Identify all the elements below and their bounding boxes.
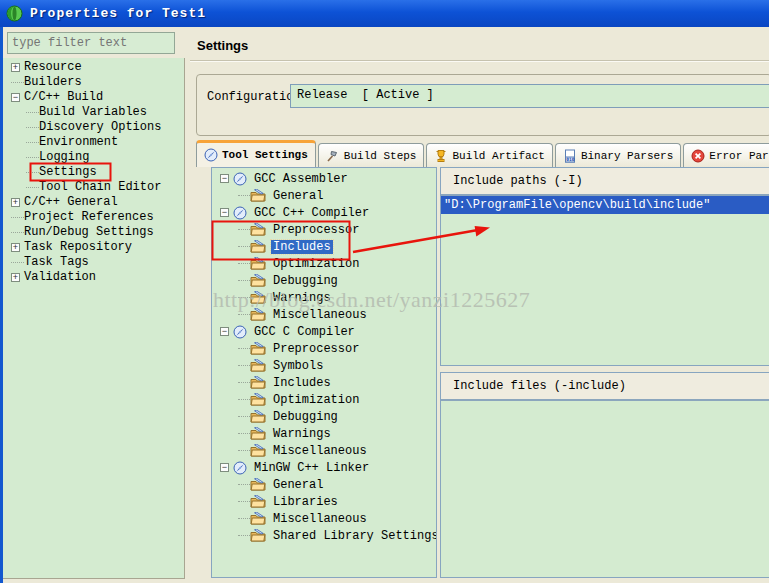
tree-connector xyxy=(238,314,250,315)
window-icon xyxy=(6,5,23,22)
tool-tree-item-optimization-5[interactable]: Optimization xyxy=(212,255,436,272)
tree-connector xyxy=(238,229,250,230)
tool-icon xyxy=(233,461,247,475)
tool-tree-item-symbols-11[interactable]: Symbols xyxy=(212,357,436,374)
tool-tree-item-gcc-assembler-0[interactable]: −GCC Assembler xyxy=(212,170,436,187)
sidebar-item-task-tags[interactable]: Task Tags xyxy=(3,255,184,270)
tree-connector xyxy=(238,348,250,349)
tab-tool-settings[interactable]: Tool Settings xyxy=(196,140,316,167)
include-path-item[interactable]: "D:\ProgramFile\opencv\build\include" xyxy=(441,196,769,214)
error-parsers-icon xyxy=(691,149,705,163)
tool-tree-item-general-18[interactable]: General xyxy=(212,476,436,493)
category-folder-icon xyxy=(250,478,266,491)
titlebar[interactable]: Properties for Test1 xyxy=(0,0,769,27)
expand-icon[interactable]: + xyxy=(11,243,20,252)
filter-input[interactable] xyxy=(7,32,175,54)
tool-tree-item-gcc-c-compiler-9[interactable]: −GCC C Compiler xyxy=(212,323,436,340)
collapse-icon[interactable]: − xyxy=(220,174,229,183)
properties-dialog: Properties for Test1 +ResourceBuilders−C… xyxy=(0,0,769,583)
tool-tree-item-preprocessor-3[interactable]: Preprocessor xyxy=(212,221,436,238)
expand-icon[interactable]: + xyxy=(11,63,20,72)
sidebar-item-run-debug-settings[interactable]: Run/Debug Settings xyxy=(3,225,184,240)
collapse-icon[interactable]: − xyxy=(220,208,229,217)
tool-tree-item-preprocessor-10[interactable]: Preprocessor xyxy=(212,340,436,357)
tree-connector xyxy=(11,232,24,233)
tool-tree-item-label: Preprocessor xyxy=(271,223,361,237)
tool-tree-item-includes-4[interactable]: Includes xyxy=(212,238,436,255)
tool-tree-item-miscellaneous-16[interactable]: Miscellaneous xyxy=(212,442,436,459)
tool-tree-item-gcc-c-compiler-2[interactable]: −GCC C++ Compiler xyxy=(212,204,436,221)
sidebar-item-label: Logging xyxy=(39,150,89,165)
tool-tree-item-label: GCC Assembler xyxy=(252,172,350,186)
tool-tree-item-label: Miscellaneous xyxy=(271,444,369,458)
sidebar-item-discovery-options[interactable]: Discovery Options xyxy=(3,120,184,135)
sidebar-item-c-c-build[interactable]: −C/C++ Build xyxy=(3,90,184,105)
properties-category-tree: +ResourceBuilders−C/C++ BuildBuild Varia… xyxy=(3,58,185,579)
sidebar-item-environment[interactable]: Environment xyxy=(3,135,184,150)
sidebar-item-project-references[interactable]: Project References xyxy=(3,210,184,225)
include-files-panel: Include files (-include) xyxy=(440,372,769,578)
tool-icon xyxy=(233,206,247,220)
tool-tree-item-label: Symbols xyxy=(271,359,325,373)
tool-icon xyxy=(233,325,247,339)
tool-tree-item-optimization-13[interactable]: Optimization xyxy=(212,391,436,408)
tool-tree-item-label: GCC C Compiler xyxy=(252,325,357,339)
tool-tree-item-label: Includes xyxy=(271,376,333,390)
tree-connector xyxy=(26,112,39,113)
sidebar-item-resource[interactable]: +Resource xyxy=(3,60,184,75)
category-folder-icon xyxy=(250,274,266,287)
window-title: Properties for Test1 xyxy=(30,6,206,21)
sidebar-item-logging[interactable]: Logging xyxy=(3,150,184,165)
sidebar-item-validation[interactable]: +Validation xyxy=(3,270,184,285)
sidebar-item-settings[interactable]: Settings xyxy=(3,165,184,180)
sidebar-item-task-repository[interactable]: +Task Repository xyxy=(3,240,184,255)
tree-connector xyxy=(26,187,39,188)
header-separator xyxy=(190,60,769,62)
category-folder-icon xyxy=(250,410,266,423)
collapse-icon[interactable]: − xyxy=(220,463,229,472)
tree-connector xyxy=(238,399,250,400)
sidebar-item-label: Builders xyxy=(24,75,82,90)
tool-tree-item-includes-12[interactable]: Includes xyxy=(212,374,436,391)
tool-settings-icon xyxy=(204,148,218,162)
tool-tree-item-label: Debugging xyxy=(271,274,340,288)
tool-tree-item-general-1[interactable]: General xyxy=(212,187,436,204)
tree-connector xyxy=(11,217,24,218)
collapse-icon[interactable]: − xyxy=(220,327,229,336)
tab-build-steps[interactable]: Build Steps xyxy=(318,143,425,167)
tool-tree-item-mingw-c-linker-17[interactable]: −MinGW C++ Linker xyxy=(212,459,436,476)
sidebar-item-label: Task Tags xyxy=(24,255,89,270)
tab-error-parsers[interactable]: Error Parsers xyxy=(683,143,769,167)
tab-build-artifact[interactable]: Build Artifact xyxy=(426,143,552,167)
configuration-combobox[interactable]: Release [ Active ] xyxy=(290,84,769,108)
tool-tree-item-miscellaneous-20[interactable]: Miscellaneous xyxy=(212,510,436,527)
tool-tree-item-label: Debugging xyxy=(271,410,340,424)
sidebar-item-c-c-general[interactable]: +C/C++ General xyxy=(3,195,184,210)
tree-connector xyxy=(26,172,39,173)
category-folder-icon xyxy=(250,529,266,542)
sidebar-item-label: C/C++ General xyxy=(24,195,118,210)
tool-tree-item-debugging-14[interactable]: Debugging xyxy=(212,408,436,425)
sidebar-item-builders[interactable]: Builders xyxy=(3,75,184,90)
collapse-icon[interactable]: − xyxy=(11,93,20,102)
sidebar-item-label: Run/Debug Settings xyxy=(24,225,154,240)
build-steps-icon xyxy=(326,149,340,163)
tree-connector xyxy=(26,127,39,128)
tool-tree-item-label: Warnings xyxy=(271,427,333,441)
tool-tree-item-warnings-15[interactable]: Warnings xyxy=(212,425,436,442)
tool-tree-item-label: Shared Library Settings xyxy=(271,529,437,543)
settings-tabbar: Tool Settings Build Steps Build Artifa xyxy=(196,140,769,167)
tab-label: Error Parsers xyxy=(709,150,769,162)
tab-label: Binary Parsers xyxy=(581,150,673,162)
tool-tree-item-libraries-19[interactable]: Libraries xyxy=(212,493,436,510)
tool-tree-item-label: GCC C++ Compiler xyxy=(252,206,371,220)
expand-icon[interactable]: + xyxy=(11,273,20,282)
build-artifact-icon xyxy=(434,149,448,163)
sidebar-item-build-variables[interactable]: Build Variables xyxy=(3,105,184,120)
expand-icon[interactable]: + xyxy=(11,198,20,207)
tool-tree-item-shared-library-settings-21[interactable]: Shared Library Settings xyxy=(212,527,436,544)
sidebar-item-label: Validation xyxy=(24,270,96,285)
tool-tree-item-label: Includes xyxy=(271,240,333,254)
sidebar-item-tool-chain-editor[interactable]: Tool Chain Editor xyxy=(3,180,184,195)
tab-binary-parsers[interactable]: 010 Binary Parsers xyxy=(555,143,681,167)
